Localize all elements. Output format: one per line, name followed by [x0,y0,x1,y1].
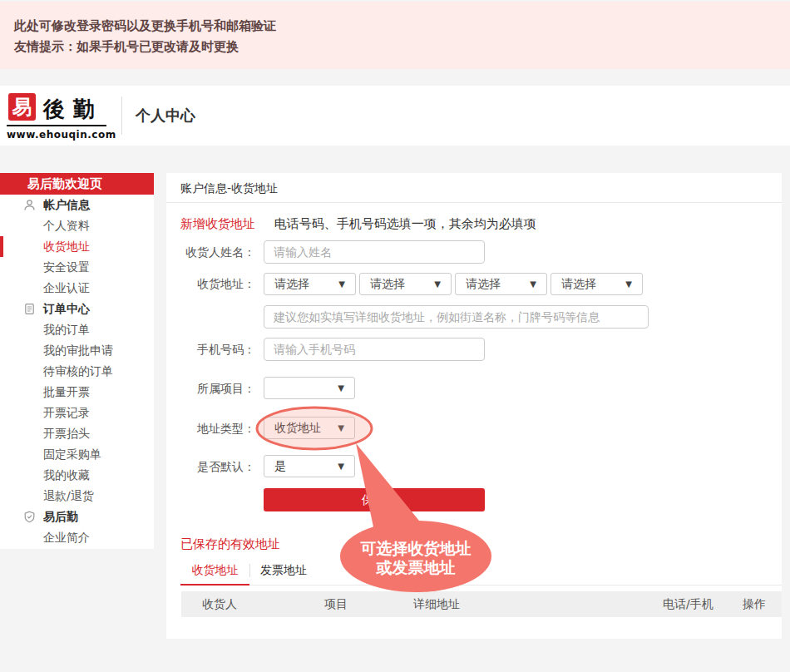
mobile-input[interactable] [264,338,485,361]
active-indicator-bar [0,236,3,257]
consignee-name-input[interactable] [264,240,485,264]
save-button[interactable]: 保存 [264,488,485,511]
chevron-down-icon: ▼ [338,279,345,289]
sidebar-item-label: 批量开票 [43,385,90,400]
sidebar-item-favorites[interactable]: 我的收藏 [0,465,154,486]
is-default-select[interactable]: 是 ▼ [264,455,355,477]
chevron-down-icon: ▼ [338,423,344,432]
sidebar-item-fixed-purchase-orders[interactable]: 固定采购单 [0,444,154,465]
col-detail-address: 详细地址 [413,597,460,612]
region-select-street[interactable]: 请选择 ▼ [551,273,643,295]
sidebar-item-label: 待审核的订单 [43,364,113,379]
document-icon [23,303,36,315]
sidebar-item-shipping-address[interactable]: 收货地址 [0,236,154,257]
sidebar-item-label: 个人资料 [43,219,90,234]
sidebar-item-label: 固定采购单 [43,447,101,462]
logo-url: www.ehouqin.com [7,129,116,141]
shipping-address-label: 收货地址： [180,276,255,291]
sidebar-item-profile[interactable]: 个人资料 [0,215,154,236]
sidebar-item-security-settings[interactable]: 安全设置 [0,257,154,278]
col-consignee: 收货人 [202,597,237,612]
sidebar-item-my-orders[interactable]: 我的订单 [0,319,154,340]
breadcrumb: 账户信息-收货地址 [180,181,278,196]
breadcrumb-row: 账户信息-收货地址 [166,173,782,203]
sidebar-item-company-intro[interactable]: 企业简介 [0,527,154,548]
logo-name: 後勤 [43,95,103,124]
col-phone: 电话/手机 [663,597,713,612]
user-icon [23,199,36,211]
is-default-label: 是否默认： [180,459,255,474]
site-header: 易 後勤 www.ehouqin.com 个人中心 [0,86,790,146]
sidebar-item-enterprise-cert[interactable]: 企业认证 [0,278,154,299]
main-panel: 账户信息-收货地址 新增收货地址 电话号码、手机号码选填一项，其余均为必填项 收… [166,173,782,639]
notice-line-2: 友情提示：如果手机号已更改请及时更换 [14,39,239,55]
tab-invoice-address[interactable]: 发票地址 [254,559,314,586]
project-select[interactable]: ▼ [264,377,355,399]
page-title: 个人中心 [136,106,195,126]
address-type-select[interactable]: 收货地址 ▼ [264,417,355,439]
sidebar-item-label: 订单中心 [43,302,90,317]
sidebar-item-label: 帐户信息 [43,198,90,213]
chevron-down-icon: ▼ [338,462,344,471]
saved-address-tabs: 收货地址 发票地址 [180,559,782,586]
chevron-down-icon: ▼ [434,279,441,289]
form-section-title: 新增收货地址 [180,216,255,231]
chevron-down-icon: ▼ [530,279,536,289]
sidebar-item-label: 我的收藏 [43,468,90,483]
project-label: 所属项目： [180,381,255,396]
sidebar-welcome-header[interactable]: 易后勤欢迎页 [0,173,154,195]
sidebar-item-label: 企业认证 [43,281,90,296]
sidebar-item-approval-requests[interactable]: 我的审批申请 [0,340,154,361]
chevron-down-icon: ▼ [625,279,632,289]
sidebar-item-ehouqin[interactable]: 易后勤 [0,506,154,527]
consignee-name-label: 收货人姓名： [180,245,255,259]
mobile-label: 手机号码： [180,342,255,357]
chevron-down-icon: ▼ [338,383,344,393]
header-divider [121,96,122,135]
form-hint: 电话号码、手机号码选填一项，其余均为必填项 [274,216,536,231]
tab-shipping-address[interactable]: 收货地址 [180,559,249,586]
sidebar-item-label: 我的订单 [43,323,90,338]
sidebar-item-label: 开票抬头 [43,427,90,442]
address-type-label: 地址类型： [180,421,255,436]
region-select-city[interactable]: 请选择 ▼ [359,273,452,295]
sidebar-item-label: 收货地址 [43,240,90,254]
sidebar-item-refunds-returns[interactable]: 退款/退货 [0,486,154,506]
sidebar-item-label: 企业简介 [43,531,90,546]
sidebar-item-account-info[interactable]: 帐户信息 [0,195,154,215]
sidebar-item-order-center[interactable]: 订单中心 [0,299,154,319]
form-title-row: 新增收货地址 电话号码、手机号码选填一项，其余均为必填项 [180,216,536,232]
col-actions: 操作 [743,597,766,612]
sidebar-item-batch-invoicing[interactable]: 批量开票 [0,382,154,403]
logo-underline [7,125,106,126]
col-project: 项目 [324,597,348,612]
tab-divider [249,564,250,577]
logo-mark-icon: 易 [8,93,36,121]
sidebar-item-invoice-records[interactable]: 开票记录 [0,403,154,423]
sidebar-item-label: 易后勤 [43,510,78,525]
saved-addresses-title: 已保存的有效地址 [180,536,280,552]
region-select-province[interactable]: 请选择 ▼ [264,273,356,295]
sidebar-item-label: 安全设置 [43,260,90,275]
shield-icon [23,511,36,523]
sidebar-item-invoice-titles[interactable]: 开票抬头 [0,423,154,444]
annotation-line-1: 可选择收货地址 [337,539,495,558]
sidebar-item-pending-orders[interactable]: 待审核的订单 [0,361,154,382]
sidebar: 易后勤欢迎页 帐户信息 个人资料 收货地址 安全设置 企业认证 订单中心 我的订… [0,173,154,549]
detail-address-input[interactable] [264,305,649,329]
sidebar-item-label: 退款/退货 [43,489,94,504]
region-select-district[interactable]: 请选择 ▼ [455,273,547,295]
notice-line-1: 此处可修改登录密码以及更换手机号和邮箱验证 [14,18,276,34]
sidebar-item-label: 开票记录 [43,406,90,421]
notice-banner: 此处可修改登录密码以及更换手机号和邮箱验证 友情提示：如果手机号已更改请及时更换 [0,2,790,69]
sidebar-item-label: 我的审批申请 [43,343,113,358]
saved-address-table-header: 收货人 项目 详细地址 电话/手机 操作 [181,591,782,617]
